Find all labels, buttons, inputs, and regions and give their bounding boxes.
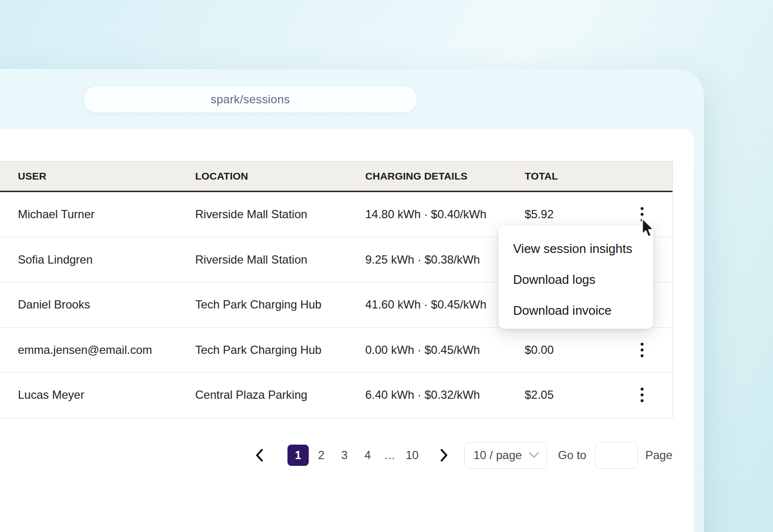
cell-location: Riverside Mall Station [177,253,347,266]
table-row: Lucas Meyer Central Plaza Parking 6.40 k… [0,373,673,418]
cell-user: emma.jensen@email.com [0,343,177,357]
cell-location: Central Plaza Parking [177,388,347,402]
row-actions-button[interactable] [633,202,651,227]
col-header-location: LOCATION [177,170,347,182]
chevron-right-icon [439,448,449,462]
context-menu: View session insights Download logs Down… [499,225,653,329]
cell-details: 9.25 kWh · $0.38/kWh [347,253,507,266]
goto-page-input[interactable] [595,442,638,469]
col-header-details: CHARGING DETAILS [347,170,507,182]
address-bar[interactable]: spark/sessions [83,85,417,113]
cell-user: Daniel Brooks [0,298,177,311]
per-page-value: 10 / page [473,448,522,462]
prev-page-button[interactable] [251,445,268,466]
chevron-down-icon [529,452,539,459]
row-actions-button[interactable] [633,337,651,363]
next-page-button[interactable] [435,445,453,466]
col-header-total: TOTAL [507,170,673,182]
cell-details: 6.40 kWh · $0.32/kWh [347,388,507,402]
per-page-select[interactable]: 10 / page [464,442,547,469]
context-menu-item[interactable]: Download logs [499,264,653,295]
cell-user: Sofia Lindgren [0,253,177,266]
cell-details: 41.60 kWh · $0.45/kWh [347,298,507,311]
page-button-1[interactable]: 1 [287,445,309,466]
page-button-2[interactable]: 2 [311,445,332,466]
cell-details: 0.00 kWh · $0.45/kWh [347,343,507,357]
row-actions-button[interactable] [633,382,651,407]
page-label: Page [645,448,673,462]
table-header-row: USER LOCATION CHARGING DETAILS TOTAL [0,161,673,192]
page-number-list: 1234...10 [287,445,423,466]
pagination-bar: 1234...10 10 / page Go to Page [244,442,673,469]
cell-details: 14.80 kWh · $0.40/kWh [347,208,507,221]
goto-label: Go to [558,448,587,462]
cell-location: Riverside Mall Station [177,208,347,221]
context-menu-item[interactable]: View session insights [499,233,653,264]
cell-location: Tech Park Charging Hub [177,298,347,311]
table-row: emma.jensen@email.com Tech Park Charging… [0,328,673,373]
page-button-4[interactable]: 4 [357,445,378,466]
col-header-user: USER [0,170,177,182]
page-ellipsis: ... [380,448,400,462]
chevron-left-icon [255,448,264,462]
cell-user: Lucas Meyer [0,388,177,402]
page-button-10[interactable]: 10 [401,445,423,466]
address-url: spark/sessions [211,93,290,106]
page-button-3[interactable]: 3 [334,445,355,466]
cell-location: Tech Park Charging Hub [177,343,347,357]
context-menu-item[interactable]: Download invoice [499,295,653,326]
screen: spark/sessions USER LOCATION CHARGING DE… [0,0,773,532]
cell-user: Michael Turner [0,208,177,221]
